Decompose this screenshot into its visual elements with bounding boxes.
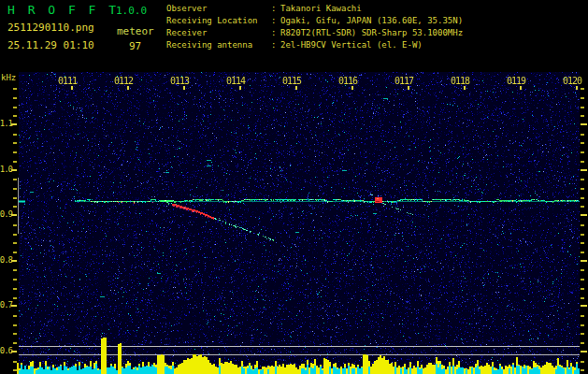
info-separator: :: [271, 15, 280, 27]
output-filename: 2511290110.png: [7, 22, 94, 34]
time-tick: [183, 86, 185, 90]
freq-major-tick-left: [11, 123, 17, 125]
time-label: 0116: [334, 76, 362, 86]
station-info-row: Observer:Takanori Kawachi: [166, 3, 463, 15]
freq-minor-tick-right: [581, 342, 584, 344]
freq-minor-tick-right: [581, 252, 584, 253]
info-separator: :: [271, 3, 280, 15]
info-label: Observer: [166, 3, 271, 15]
freq-major-tick-right: [581, 214, 587, 216]
station-info-row: Receiving Location:Ogaki, Gifu, JAPAN (1…: [166, 15, 463, 27]
meter-left-edge-line: [17, 363, 19, 374]
app-title: H R O F F T: [7, 3, 119, 17]
freq-minor-tick-left: [13, 288, 17, 290]
info-separator: :: [271, 27, 280, 39]
freq-minor-tick-left: [13, 242, 17, 244]
freq-minor-tick-left: [13, 269, 17, 271]
freq-minor-tick-right: [581, 269, 584, 271]
freq-minor-tick-right: [581, 115, 584, 117]
freq-minor-tick-left: [13, 107, 17, 108]
info-separator: :: [271, 39, 280, 51]
freq-minor-tick-right: [581, 234, 584, 236]
freq-minor-tick-left: [13, 142, 17, 144]
time-tick: [408, 86, 409, 90]
info-label: Receiving Location: [166, 15, 271, 27]
freq-major-tick-left: [11, 305, 17, 307]
freq-minor-tick-right: [581, 188, 584, 190]
freq-minor-tick-right: [581, 369, 584, 371]
time-label: 0115: [278, 76, 306, 86]
station-info-row: Receiving antenna:2el-HB9CV Vertical (el…: [166, 39, 463, 51]
time-label: 0114: [222, 76, 250, 86]
time-tick: [520, 86, 522, 90]
time-label: 0111: [53, 76, 81, 86]
freq-minor-tick-left: [13, 333, 17, 335]
freq-minor-tick-right: [581, 107, 584, 108]
freq-minor-tick-right: [581, 315, 584, 317]
freq-minor-tick-left: [13, 315, 17, 317]
time-tick: [464, 86, 466, 90]
meteor-count: 97: [129, 40, 141, 52]
freq-major-tick-right: [581, 260, 587, 262]
datetime-label: 25.11.29 01:10: [7, 39, 94, 51]
app-version: 1.0.0: [116, 5, 147, 17]
time-label: 0112: [109, 76, 137, 86]
freq-minor-tick-left: [13, 197, 17, 199]
station-info-row: Receiver:R820T2(RTL-SDR) SDR-Sharp 53.10…: [166, 27, 463, 39]
freq-minor-tick-left: [13, 97, 17, 99]
freq-minor-tick-right: [581, 324, 584, 326]
freq-minor-tick-left: [13, 88, 17, 90]
info-value: Ogaki, Gifu, JAPAN (136.60E, 35.35N): [280, 16, 463, 25]
freq-minor-tick-right: [581, 279, 584, 280]
freq-minor-tick-right: [581, 142, 584, 144]
freq-major-tick-left: [11, 169, 17, 171]
freq-minor-tick-left: [13, 224, 17, 226]
freq-minor-tick-right: [581, 206, 584, 208]
time-tick: [127, 86, 129, 90]
hrofft-window: H R O F F T 1.0.0 2511290110.png meteor …: [0, 0, 588, 374]
time-label: 0120: [558, 76, 586, 86]
freq-marker-line: [18, 178, 19, 234]
freq-minor-tick-right: [581, 288, 584, 290]
freq-minor-tick-right: [581, 224, 584, 226]
freq-minor-tick-left: [13, 179, 17, 180]
freq-minor-tick-right: [581, 151, 584, 153]
time-tick: [576, 86, 578, 90]
spectrogram-canvas: [19, 72, 580, 374]
time-tick: [71, 86, 73, 90]
freq-major-tick-left: [11, 260, 17, 262]
freq-minor-tick-right: [581, 134, 584, 136]
freq-major-tick-right: [581, 351, 587, 352]
time-tick: [295, 86, 297, 90]
station-info: Observer:Takanori KawachiReceiving Locat…: [166, 3, 463, 51]
freq-minor-tick-left: [13, 161, 17, 163]
time-tick: [239, 86, 241, 90]
info-label: Receiving antenna: [166, 39, 271, 51]
freq-axis-unit-label: kHz: [1, 73, 16, 82]
freq-minor-tick-right: [581, 297, 584, 299]
freq-minor-tick-right: [581, 179, 584, 180]
time-label: 0119: [502, 76, 530, 86]
freq-minor-tick-left: [13, 206, 17, 208]
freq-major-tick-right: [581, 169, 587, 171]
freq-minor-tick-left: [13, 151, 17, 153]
info-label: Receiver: [166, 27, 271, 39]
freq-major-tick-right: [581, 305, 587, 307]
mode-label: meteor: [117, 25, 154, 37]
freq-minor-tick-left: [13, 134, 17, 136]
freq-minor-tick-left: [13, 342, 17, 344]
freq-minor-tick-right: [581, 88, 584, 90]
freq-minor-tick-right: [581, 361, 584, 363]
freq-major-tick-left: [11, 351, 17, 352]
freq-minor-tick-right: [581, 333, 584, 335]
freq-minor-tick-left: [13, 252, 17, 253]
time-label: 0117: [390, 76, 418, 86]
info-value: R820T2(RTL-SDR) SDR-Sharp 53.1000MHz: [280, 28, 463, 37]
freq-major-tick-right: [581, 123, 587, 125]
info-value: Takanori Kawachi: [280, 4, 362, 13]
time-label: 0118: [446, 76, 474, 86]
freq-major-tick-left: [11, 214, 17, 216]
freq-minor-tick-right: [581, 97, 584, 99]
freq-minor-tick-left: [13, 234, 17, 236]
freq-minor-tick-left: [13, 115, 17, 117]
